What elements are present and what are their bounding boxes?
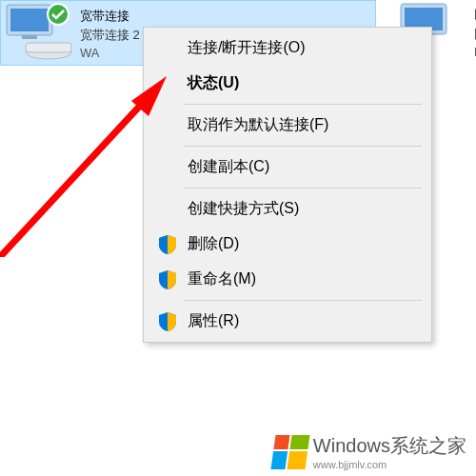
menu-rename[interactable]: 重命名(M)	[146, 262, 429, 297]
watermark-url: www.bjjmlv.com	[313, 459, 466, 470]
menu-properties[interactable]: 属性(R)	[146, 304, 429, 339]
adapter-info: 宽带连接 宽带连接 2 WA	[80, 3, 140, 63]
adapter-icon	[3, 3, 74, 60]
menu-separator	[184, 146, 422, 147]
menu-delete[interactable]: 删除(D)	[146, 227, 429, 262]
uac-shield-icon	[159, 235, 176, 254]
menu-label: 属性(R)	[188, 312, 239, 328]
menu-separator	[184, 104, 422, 105]
uac-shield-icon	[159, 270, 176, 289]
menu-separator	[184, 300, 422, 301]
svg-rect-2	[22, 35, 37, 39]
windows-logo-icon	[270, 435, 309, 469]
menu-connect-disconnect[interactable]: 连接/断开连接(O)	[146, 30, 429, 66]
adapter-status: 宽带连接 2	[80, 26, 140, 45]
svg-point-5	[48, 4, 69, 25]
menu-separator	[184, 188, 422, 188]
svg-line-9	[0, 105, 141, 257]
watermark: Windows系统之家 www.bjjmlv.com	[264, 427, 476, 476]
context-menu: 连接/断开连接(O) 状态(U) 取消作为默认连接(F) 创建副本(C) 创建快…	[143, 27, 432, 343]
watermark-text: Windows系统之家	[313, 433, 466, 459]
menu-create-copy[interactable]: 创建副本(C)	[146, 149, 429, 185]
adapter-title: 宽带连接	[80, 7, 140, 26]
menu-label: 重命名(M)	[188, 270, 256, 287]
adapter-device: WA	[80, 44, 140, 63]
svg-rect-1	[10, 9, 49, 31]
menu-cancel-default[interactable]: 取消作为默认连接(F)	[146, 108, 429, 143]
menu-label: 删除(D)	[188, 235, 239, 251]
svg-rect-4	[26, 43, 71, 52]
menu-status[interactable]: 状态(U)	[146, 66, 429, 101]
annotation-arrow	[0, 76, 167, 257]
menu-create-shortcut[interactable]: 创建快捷方式(S)	[146, 191, 429, 227]
uac-shield-icon	[159, 312, 176, 331]
